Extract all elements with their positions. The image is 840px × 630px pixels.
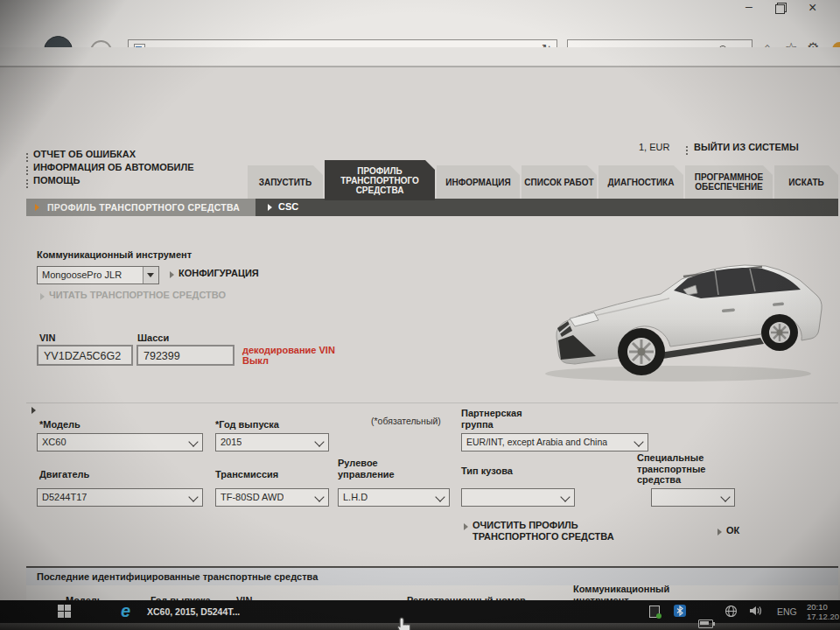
year-select[interactable]: 2015 <box>215 433 329 452</box>
chassis-input[interactable] <box>142 348 230 364</box>
vin-decode-line1: декодирование VIN <box>242 345 335 355</box>
usb-device-tray-icon[interactable] <box>649 606 660 618</box>
battery-icon[interactable] <box>698 620 713 628</box>
chassis-label: Шасси <box>137 332 169 343</box>
special-vehicles-label: Специальные транспортные средства <box>637 452 724 486</box>
link-help[interactable]: ПОМОЩЬ <box>33 175 80 186</box>
minimize-button[interactable]: – <box>746 0 752 14</box>
vida-page: ОТЧЕТ ОБ ОШИБКАХ ИНФОРМАЦИЯ ОБ АВТОМОБИЛ… <box>0 66 840 600</box>
chevron-down-icon <box>720 492 730 501</box>
link-error-report[interactable]: ОТЧЕТ ОБ ОШИБКАХ <box>33 149 136 159</box>
screen: – × ← → ▾ ↻ ▾ ⌂ ☆ ⚙ XC60, 2 <box>0 0 840 630</box>
chevron-down-icon <box>188 437 198 446</box>
read-vehicle-link[interactable]: ЧИТАТЬ ТРАНСПОРТНОЕ СРЕДСТВО <box>49 290 226 300</box>
chevron-down-icon <box>314 437 324 446</box>
required-note: (*обязательный) <box>371 416 441 426</box>
taskbar-app-label[interactable]: XC60, 2015, D5244T... <box>147 606 240 617</box>
engine-select-value: D5244T17 <box>42 492 87 502</box>
tab-work-list[interactable]: СПИСОК РАБОТ <box>522 165 597 199</box>
model-select-value: XC60 <box>42 437 66 447</box>
year-label: *Год выпуска <box>215 419 279 430</box>
chevron-down-icon <box>188 492 198 501</box>
link-arrow-icon <box>718 528 722 536</box>
csc-link[interactable]: CSC <box>278 201 298 212</box>
csc-arrow-icon <box>268 204 272 211</box>
chevron-down-icon <box>560 492 570 501</box>
recent-vehicles-title: Последние идентифицированные транспортны… <box>37 571 318 582</box>
chevron-down-icon <box>634 437 643 446</box>
logout-link[interactable]: ВЫЙТИ ИЗ СИСТЕМЫ <box>694 142 799 152</box>
comm-tool-value: MongoosePro JLR <box>42 270 122 280</box>
restore-icon <box>775 4 785 14</box>
comm-tool-select[interactable]: MongoosePro JLR <box>37 266 159 284</box>
comm-tool-label: Коммуникационный инструмент <box>37 249 192 260</box>
body-type-select[interactable] <box>461 488 575 507</box>
tab-vehicle-profile[interactable]: ПРОФИЛЬ ТРАНСПОРТНОГО СРЕДСТВА <box>325 160 435 200</box>
bluetooth-icon[interactable] <box>674 605 686 617</box>
steering-select-value: L.H.D <box>343 492 368 502</box>
model-select[interactable]: XC60 <box>37 433 203 452</box>
chassis-field[interactable] <box>136 345 234 366</box>
link-arrow-icon <box>170 271 174 278</box>
tab-software[interactable]: ПРОГРАММНОЕ ОБЕСПЕЧЕНИЕ <box>685 165 773 199</box>
window-titlebar: – × <box>0 0 840 18</box>
engine-select[interactable]: D5244T17 <box>37 488 203 507</box>
year-select-value: 2015 <box>220 437 242 447</box>
chevron-down-icon <box>435 492 444 501</box>
dots-icon <box>26 179 28 181</box>
vin-decode-status: декодирование VIN Выкл <box>242 345 335 366</box>
model-label: *Модель <box>39 419 80 430</box>
tab-diagnostics[interactable]: ДИАГНОСТИКА <box>598 165 683 199</box>
browser-tab-row: XC60, 2015, D5244T17, TF-8... × <box>0 47 840 66</box>
vin-label: VIN <box>39 332 55 343</box>
transmission-select[interactable]: TF-80SD AWD <box>215 488 329 507</box>
clear-profile-link[interactable]: ОЧИСТИТЬ ПРОФИЛЬ ТРАНСПОРТНОГО СРЕДСТВА <box>472 520 630 542</box>
speaker-icon[interactable] <box>749 605 763 620</box>
ie-taskbar-icon[interactable]: e <box>121 601 130 620</box>
tab-information[interactable]: ИНФОРМАЦИЯ <box>437 165 520 199</box>
partner-group-value: EUR/INT, except Arabia and China <box>466 437 607 447</box>
dots-icon <box>26 153 28 155</box>
divider <box>26 402 838 403</box>
network-globe-icon[interactable] <box>724 605 738 621</box>
link-vehicle-info[interactable]: ИНФОРМАЦИЯ ОБ АВТОМОБИЛЕ <box>33 162 194 172</box>
recent-vehicles-header: Последние идентифицированные транспортны… <box>26 566 838 585</box>
steering-label: Рулевое управление <box>338 458 412 480</box>
partner-group-select[interactable]: EUR/INT, except Arabia and China <box>461 433 648 452</box>
chevron-down-icon <box>314 492 324 501</box>
tab-start[interactable]: ЗАПУСТИТЬ <box>248 165 323 199</box>
language-indicator[interactable]: ENG <box>777 606 797 617</box>
special-vehicles-select[interactable] <box>651 488 735 507</box>
currency-label: 1, EUR <box>639 142 669 152</box>
vin-field[interactable] <box>37 345 133 366</box>
configuration-link[interactable]: КОНФИГУРАЦИЯ <box>178 268 259 278</box>
engine-label: Двигатель <box>39 469 89 480</box>
clock-date: 17.12.20 <box>807 612 839 621</box>
ok-link[interactable]: ОК <box>726 525 739 536</box>
dots-icon <box>26 166 28 168</box>
transmission-select-value: TF-80SD AWD <box>220 492 284 502</box>
close-button[interactable]: × <box>808 0 816 16</box>
taskbar: e XC60, 2015, D5244T... ENG 20:10 17.12.… <box>0 600 840 623</box>
start-button[interactable] <box>58 605 71 618</box>
chevron-down-icon <box>147 273 154 277</box>
section-arrow-icon <box>32 407 36 414</box>
combo-button[interactable] <box>143 267 158 284</box>
tab-search[interactable]: ИСКАТЬ <box>774 165 838 199</box>
hand-cursor-icon <box>396 616 413 630</box>
link-arrow-icon <box>40 293 45 300</box>
browser-nav-row: ← → ▾ ↻ ▾ ⌂ ☆ ⚙ <box>0 18 840 47</box>
steering-select[interactable]: L.H.D <box>338 488 450 507</box>
taskbar-clock[interactable]: 20:10 17.12.20 <box>807 602 839 621</box>
partner-group-label: Партнерская группа <box>461 408 549 430</box>
breadcrumb-label: ПРОФИЛЬ ТРАНСПОРТНОГО СРЕДСТВА <box>47 202 240 213</box>
dots-icon <box>686 146 688 148</box>
vin-decode-line2: Выкл <box>242 355 335 366</box>
breadcrumb-bar: ПРОФИЛЬ ТРАНСПОРТНОГО СРЕДСТВА CSC <box>26 199 838 216</box>
breadcrumb: ПРОФИЛЬ ТРАНСПОРТНОГО СРЕДСТВА <box>26 199 256 216</box>
vin-input[interactable] <box>42 348 129 364</box>
body-type-label: Тип кузова <box>461 466 513 476</box>
vehicle-image <box>512 235 836 388</box>
clock-time: 20:10 <box>807 602 839 612</box>
link-arrow-icon <box>464 523 468 530</box>
